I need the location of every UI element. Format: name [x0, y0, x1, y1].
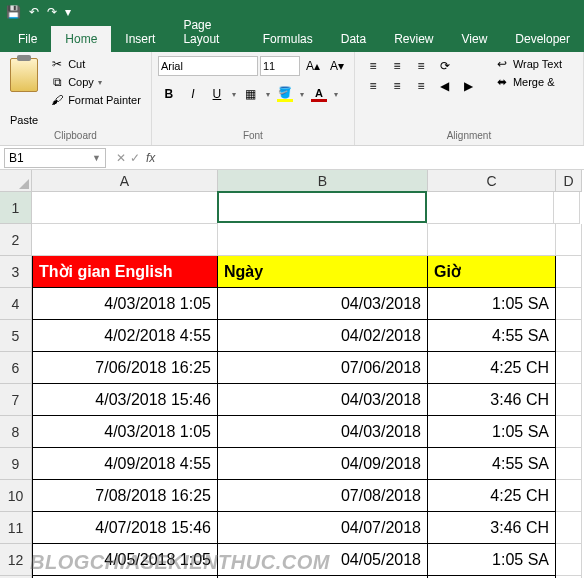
cell[interactable]	[556, 256, 582, 288]
qat-more-icon[interactable]: ▾	[65, 5, 71, 19]
tab-home[interactable]: Home	[51, 26, 111, 52]
cell[interactable]	[556, 544, 582, 576]
row-header[interactable]: 10	[0, 480, 32, 512]
tab-formulas[interactable]: Formulas	[249, 26, 327, 52]
row-header[interactable]: 9	[0, 448, 32, 480]
cut-button[interactable]: ✂ Cut	[46, 56, 145, 72]
row-header[interactable]: 4	[0, 288, 32, 320]
row-header[interactable]: 11	[0, 512, 32, 544]
chevron-down-icon[interactable]: ▾	[264, 90, 272, 99]
cell[interactable]: 4/03/2018 1:05	[32, 416, 218, 448]
tab-pagelayout[interactable]: Page Layout	[169, 12, 248, 52]
merge-button[interactable]: ⬌ Merge &	[491, 74, 566, 90]
cell[interactable]: 04/07/2018	[218, 512, 428, 544]
cell[interactable]: 4:55 SA	[428, 320, 556, 352]
column-header-B[interactable]: B	[218, 170, 428, 192]
tab-data[interactable]: Data	[327, 26, 380, 52]
row-header[interactable]: 12	[0, 544, 32, 576]
orientation-button[interactable]: ⟳	[433, 56, 457, 76]
paste-button[interactable]: Paste	[6, 56, 42, 128]
row-header[interactable]: 6	[0, 352, 32, 384]
tab-file[interactable]: File	[4, 26, 51, 52]
align-middle-button[interactable]: ≡	[385, 56, 409, 76]
cell[interactable]: 04/03/2018	[218, 416, 428, 448]
cell[interactable]: 1:05 SA	[428, 416, 556, 448]
cell[interactable]: 04/09/2018	[218, 448, 428, 480]
fill-color-button[interactable]: 🪣	[274, 84, 296, 104]
cell[interactable]: Ngày	[218, 256, 428, 288]
redo-icon[interactable]: ↷	[47, 5, 57, 19]
font-size-select[interactable]	[260, 56, 300, 76]
italic-button[interactable]: I	[182, 84, 204, 104]
cell[interactable]: 04/05/2018	[218, 544, 428, 576]
cell[interactable]: 4:25 CH	[428, 480, 556, 512]
row-header[interactable]: 3	[0, 256, 32, 288]
cell[interactable]: 1:05 SA	[428, 544, 556, 576]
bold-button[interactable]: B	[158, 84, 180, 104]
worksheet-grid[interactable]: 1234567891011121314 ABCD Thời gian Engli…	[0, 170, 584, 578]
borders-button[interactable]: ▦	[240, 84, 262, 104]
name-box[interactable]: B1 ▼	[4, 148, 106, 168]
cell[interactable]	[426, 192, 554, 224]
tab-insert[interactable]: Insert	[111, 26, 169, 52]
copy-button[interactable]: ⧉ Copy ▾	[46, 74, 145, 90]
font-color-button[interactable]: A	[308, 84, 330, 104]
chevron-down-icon[interactable]: ▾	[230, 90, 238, 99]
row-header[interactable]: 2	[0, 224, 32, 256]
align-bottom-button[interactable]: ≡	[409, 56, 433, 76]
cell[interactable]	[32, 192, 218, 224]
underline-button[interactable]: U	[206, 84, 228, 104]
cell[interactable]: 4/09/2018 4:55	[32, 448, 218, 480]
column-header-C[interactable]: C	[428, 170, 556, 192]
cell[interactable]	[556, 288, 582, 320]
row-header[interactable]: 1	[0, 192, 32, 224]
cell[interactable]	[554, 192, 580, 224]
format-painter-button[interactable]: 🖌 Format Painter	[46, 92, 145, 108]
cell[interactable]: 7/06/2018 16:25	[32, 352, 218, 384]
save-icon[interactable]: 💾	[6, 5, 21, 19]
tab-review[interactable]: Review	[380, 26, 447, 52]
cell[interactable]: 04/03/2018	[218, 288, 428, 320]
increase-indent-button[interactable]: ▶	[457, 76, 481, 96]
align-left-button[interactable]: ≡	[361, 76, 385, 96]
row-header[interactable]: 8	[0, 416, 32, 448]
font-family-select[interactable]	[158, 56, 258, 76]
cell[interactable]: 4:25 CH	[428, 352, 556, 384]
cell[interactable]: 4/03/2018 1:05	[32, 288, 218, 320]
align-top-button[interactable]: ≡	[361, 56, 385, 76]
cell[interactable]	[217, 191, 427, 223]
cell[interactable]: 4/05/2018 1:05	[32, 544, 218, 576]
cell[interactable]: 4:55 SA	[428, 448, 556, 480]
select-all-corner[interactable]	[0, 170, 32, 192]
decrease-indent-button[interactable]: ◀	[433, 76, 457, 96]
column-header-D[interactable]: D	[556, 170, 582, 192]
align-right-button[interactable]: ≡	[409, 76, 433, 96]
cell[interactable]	[556, 512, 582, 544]
align-center-button[interactable]: ≡	[385, 76, 409, 96]
cell[interactable]	[556, 224, 582, 256]
cell[interactable]: 7/08/2018 16:25	[32, 480, 218, 512]
cell[interactable]: 3:46 CH	[428, 512, 556, 544]
cell[interactable]: 4/07/2018 15:46	[32, 512, 218, 544]
cell[interactable]: 04/03/2018	[218, 384, 428, 416]
row-header[interactable]: 7	[0, 384, 32, 416]
cell[interactable]	[556, 384, 582, 416]
cell[interactable]: 07/08/2018	[218, 480, 428, 512]
row-header[interactable]: 5	[0, 320, 32, 352]
tab-developer[interactable]: Developer	[501, 26, 584, 52]
cell[interactable]: 3:46 CH	[428, 384, 556, 416]
cell[interactable]: 1:05 SA	[428, 288, 556, 320]
cell[interactable]: 04/02/2018	[218, 320, 428, 352]
cell[interactable]	[556, 352, 582, 384]
cell[interactable]	[218, 224, 428, 256]
cell[interactable]: 4/02/2018 4:55	[32, 320, 218, 352]
cell[interactable]: Giờ	[428, 256, 556, 288]
column-header-A[interactable]: A	[32, 170, 218, 192]
wrap-text-button[interactable]: ↩ Wrap Text	[491, 56, 566, 72]
cell[interactable]	[556, 448, 582, 480]
undo-icon[interactable]: ↶	[29, 5, 39, 19]
cell[interactable]: Thời gian English	[32, 256, 218, 288]
cell[interactable]	[556, 416, 582, 448]
chevron-down-icon[interactable]: ▾	[298, 90, 306, 99]
cell[interactable]: 4/03/2018 15:46	[32, 384, 218, 416]
